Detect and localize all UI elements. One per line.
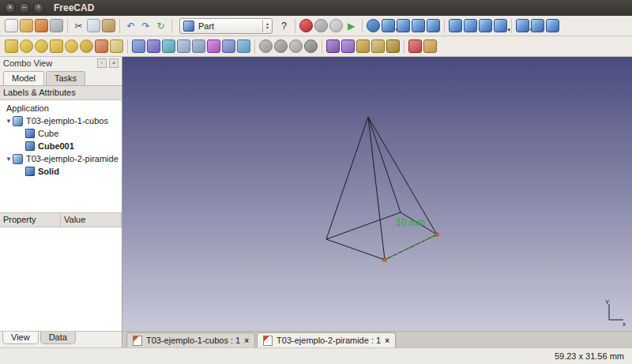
part-union-icon[interactable] (289, 39, 303, 53)
macro-user-icon[interactable] (329, 19, 343, 32)
part-fillet-icon[interactable] (177, 39, 190, 53)
part-chamfer-icon[interactable] (192, 39, 205, 53)
tree-item-cube[interactable]: Cube (0, 127, 122, 140)
property-table-body[interactable] (0, 227, 122, 332)
tab-view[interactable]: View (2, 332, 39, 344)
view-isometric-icon[interactable]: ▾ (382, 19, 395, 32)
part-cut-icon[interactable] (274, 39, 288, 53)
dimension-label: 10 mm (396, 217, 425, 228)
expand-arrow-icon[interactable]: ▼ (5, 118, 13, 125)
part-intersection-icon[interactable] (304, 39, 318, 53)
tree-item-application[interactable]: Application (0, 102, 122, 114)
print-icon[interactable] (50, 19, 63, 32)
part-cross-sections-icon[interactable] (341, 39, 355, 53)
3d-viewport[interactable]: 10 mm Y x (122, 57, 632, 331)
redo-icon[interactable]: ↷ (139, 19, 152, 32)
tab-data[interactable]: Data (40, 332, 76, 344)
expand-arrow-icon[interactable]: ▼ (5, 156, 13, 163)
tree-item-document-2[interactable]: ▼ T03-ejemplo-2-piramide (0, 152, 122, 165)
view-top-icon[interactable] (412, 19, 425, 32)
view-rear-icon[interactable] (449, 19, 462, 32)
property-column-header[interactable]: Property (0, 213, 61, 227)
document-tab-icon (133, 336, 142, 346)
undo-icon[interactable]: ↶ (124, 19, 137, 32)
model-tree[interactable]: Application ▼ T03-ejemplo-1-cubos Cube C… (0, 100, 122, 213)
window-minimize-button[interactable]: – (19, 2, 30, 13)
tab-model[interactable]: Model (3, 71, 44, 85)
tree-item-cube001[interactable]: Cube001 (0, 140, 122, 152)
part-extrude-icon[interactable] (132, 39, 145, 53)
save-icon[interactable] (35, 19, 48, 32)
status-bar: 59.23 x 31.56 mm (0, 347, 632, 364)
titlebar[interactable]: × – + FreeCAD (0, 0, 632, 16)
axis-x-label: x (623, 321, 626, 326)
tab-close-icon[interactable]: × (244, 336, 249, 345)
new-document-icon[interactable] (5, 19, 18, 32)
workbench-selector[interactable]: Part ▴ ▾ (179, 18, 273, 34)
part-loft-icon[interactable] (222, 39, 235, 53)
tree-item-label: T03-ejemplo-1-cubos (26, 116, 108, 126)
part-cone-icon[interactable] (50, 39, 63, 53)
tree-item-label: Application (6, 103, 49, 113)
highlighted-vertex[interactable] (383, 258, 386, 261)
macro-view-icon-group: ?▶▾▾▾ (276, 19, 560, 33)
tab-close-icon[interactable]: × (385, 336, 389, 345)
part-defeaturing-icon[interactable] (423, 39, 437, 53)
macro-stop-icon[interactable] (314, 19, 328, 32)
tree-item-solid[interactable]: Solid (0, 165, 122, 178)
toolbar-separator (511, 19, 512, 33)
window-maximize-button[interactable]: + (33, 2, 44, 13)
tab-tasks[interactable]: Tasks (46, 71, 85, 85)
part-box-icon[interactable] (5, 39, 18, 53)
macro-record-icon[interactable] (299, 19, 313, 32)
paste-icon[interactable] (102, 19, 115, 32)
panel-float-icon[interactable]: ▫ (97, 58, 107, 68)
view-left-icon[interactable] (479, 19, 492, 32)
measure-distance-icon[interactable] (531, 19, 544, 32)
view-fit-all-icon[interactable] (367, 19, 380, 32)
document-tab-piramide[interactable]: T03-ejemplo-2-piramide : 1 × (257, 332, 396, 347)
part-primitives-icon[interactable] (95, 39, 108, 53)
open-folder-icon[interactable] (20, 19, 33, 32)
clipping-plane-icon[interactable] (546, 19, 559, 32)
part-sweep-icon[interactable] (237, 39, 250, 53)
view-axonometric-icon[interactable]: ▾ (494, 19, 507, 32)
part-cylinder-icon[interactable] (20, 39, 33, 53)
cut-scissors-icon[interactable]: ✂ (72, 19, 85, 32)
window-close-button[interactable]: × (5, 2, 16, 13)
part-offset-2d-icon[interactable] (371, 39, 385, 53)
part-tube-icon[interactable] (80, 39, 93, 53)
copy-icon[interactable] (87, 19, 100, 32)
toolbar-separator (127, 39, 128, 54)
part-sphere-icon[interactable] (35, 39, 48, 53)
part-torus-icon[interactable] (65, 39, 78, 53)
dropdown-arrow-icon[interactable]: ▾ (507, 27, 510, 33)
part-shape-builder-icon[interactable] (110, 39, 123, 53)
macro-execute-icon[interactable]: ▶ (344, 19, 358, 32)
workbench-selector-arrows[interactable]: ▴ ▾ (262, 20, 269, 32)
refresh-icon[interactable]: ↻ (154, 19, 167, 32)
part-revolve-icon[interactable] (147, 39, 160, 53)
whats-this-icon[interactable]: ? (277, 19, 291, 32)
tree-item-document-1[interactable]: ▼ T03-ejemplo-1-cubos (0, 114, 122, 127)
file-edit-icon-group: ✂↶↷↻ (4, 19, 175, 33)
part-section-icon[interactable] (326, 39, 340, 53)
draw-style-icon[interactable]: ▾ (516, 19, 529, 32)
pyramid-base-edge (326, 212, 401, 239)
part-boolean-icon[interactable] (259, 39, 273, 53)
view-bottom-icon[interactable] (464, 19, 477, 32)
part-ruled-surface-icon[interactable] (207, 39, 220, 53)
pyramid-wireframe: 10 mm (122, 57, 632, 331)
spin-down-icon[interactable]: ▾ (266, 26, 269, 30)
view-right-icon[interactable] (427, 19, 440, 32)
part-thickness-icon[interactable] (386, 39, 400, 53)
value-column-header[interactable]: Value (61, 213, 122, 227)
part-mirror-icon[interactable] (162, 39, 175, 53)
highlighted-vertex[interactable] (435, 233, 438, 236)
part-offset-3d-icon[interactable] (356, 39, 370, 53)
view-front-icon[interactable] (397, 19, 410, 32)
panel-close-icon[interactable]: × (109, 58, 118, 68)
part-check-geometry-icon[interactable] (408, 39, 422, 53)
document-tab-cubos[interactable]: T03-ejemplo-1-cubos : 1 × (126, 332, 255, 347)
cube-icon (25, 129, 35, 138)
